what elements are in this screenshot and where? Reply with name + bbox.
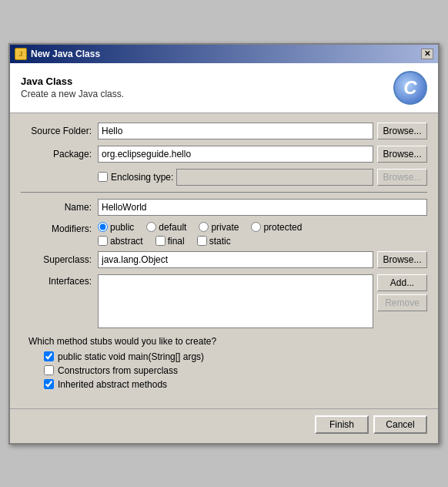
modifier-public-item: public	[98, 222, 134, 233]
modifiers-row: Modifiers: public default private	[21, 222, 427, 247]
modifier-static-checkbox[interactable]	[197, 236, 207, 246]
header-text: Java Class Create a new Java class.	[21, 76, 124, 99]
header-subtitle: Create a new Java class.	[21, 89, 124, 99]
stub-constructors-item: Constructors from superclass	[44, 365, 427, 376]
name-input[interactable]	[98, 199, 427, 216]
source-folder-label: Source Folder:	[21, 126, 98, 136]
close-button[interactable]: ✕	[421, 49, 433, 59]
interfaces-label: Interfaces:	[21, 274, 98, 287]
modifier-protected-label: protected	[263, 222, 302, 233]
modifiers-line-2: abstract final static	[98, 236, 302, 247]
java-class-icon: C	[393, 71, 427, 105]
cancel-button[interactable]: Cancel	[373, 415, 427, 434]
stub-constructors-label: Constructors from superclass	[58, 365, 178, 376]
modifier-static-label: static	[209, 236, 231, 247]
package-label: Package:	[21, 149, 98, 160]
modifier-private-item: private	[199, 222, 239, 233]
source-folder-browse-button[interactable]: Browse...	[377, 123, 427, 139]
modifiers-label: Modifiers:	[21, 222, 98, 234]
modifiers-line-1: public default private protected	[98, 222, 302, 233]
modifier-static-item: static	[197, 236, 231, 247]
interfaces-listbox[interactable]	[98, 274, 373, 328]
modifier-public-label: public	[110, 222, 134, 233]
header-title: Java Class	[21, 76, 124, 87]
stub-inherited-label: Inherited abstract methods	[58, 379, 167, 390]
modifier-protected-item: protected	[251, 222, 302, 233]
superclass-label: Superclass:	[21, 254, 98, 265]
modifier-protected-radio[interactable]	[251, 222, 261, 232]
dialog-footer: Finish Cancel	[10, 408, 438, 443]
modifier-final-label: final	[168, 236, 185, 247]
stub-main-checkbox[interactable]	[44, 351, 54, 361]
stubs-section: Which method stubs would you like to cre…	[21, 336, 427, 390]
interfaces-add-button[interactable]: Add...	[377, 274, 427, 291]
dialog-header: Java Class Create a new Java class. C	[10, 63, 438, 113]
superclass-row: Superclass: Browse...	[21, 251, 427, 268]
enclosing-browse-button[interactable]: Browse...	[377, 169, 427, 186]
name-row: Name:	[21, 199, 427, 216]
new-java-class-dialog: J New Java Class ✕ Java Class Create a n…	[8, 43, 440, 445]
stub-inherited-item: Inherited abstract methods	[44, 379, 427, 390]
name-label: Name:	[21, 202, 98, 213]
modifier-final-checkbox[interactable]	[155, 236, 165, 246]
stubs-question: Which method stubs would you like to cre…	[28, 336, 427, 347]
modifiers-grid: public default private protected	[98, 222, 302, 247]
modifier-abstract-label: abstract	[110, 236, 143, 247]
enclosing-type-checkbox[interactable]	[98, 172, 108, 182]
superclass-input[interactable]	[98, 251, 373, 268]
dialog-icon: J	[15, 48, 27, 60]
modifier-abstract-item: abstract	[98, 236, 143, 247]
modifier-default-item: default	[146, 222, 186, 233]
dialog-title: New Java Class	[31, 49, 100, 59]
package-row: Package: Browse...	[21, 146, 427, 163]
interfaces-row: Interfaces: Add... Remove	[21, 274, 427, 328]
dialog-body: Source Folder: Browse... Package: Browse…	[10, 113, 438, 405]
stub-constructors-checkbox[interactable]	[44, 365, 54, 375]
package-browse-button[interactable]: Browse...	[377, 146, 427, 163]
modifier-abstract-checkbox[interactable]	[98, 236, 108, 246]
separator-1	[21, 192, 427, 193]
source-folder-input[interactable]	[98, 123, 373, 139]
modifier-default-label: default	[159, 222, 186, 233]
interfaces-buttons: Add... Remove	[377, 274, 427, 311]
stub-inherited-checkbox[interactable]	[44, 379, 54, 389]
stub-main-label: public static void main(String[] args)	[58, 351, 204, 362]
enclosing-type-row: Enclosing type: Browse...	[21, 169, 427, 186]
modifier-final-item: final	[155, 236, 185, 247]
finish-button[interactable]: Finish	[315, 415, 369, 434]
enclosing-type-input[interactable]	[176, 169, 373, 186]
modifier-default-radio[interactable]	[146, 222, 156, 232]
source-folder-row: Source Folder: Browse...	[21, 123, 427, 139]
superclass-browse-button[interactable]: Browse...	[377, 251, 427, 268]
interfaces-remove-button[interactable]: Remove	[377, 294, 427, 311]
package-input[interactable]	[98, 146, 373, 163]
modifier-private-radio[interactable]	[199, 222, 209, 232]
modifier-public-radio[interactable]	[98, 222, 108, 232]
stubs-options: public static void main(String[] args) C…	[44, 351, 427, 390]
modifier-private-label: private	[211, 222, 239, 233]
enclosing-type-label: Enclosing type:	[111, 172, 173, 183]
stub-main-item: public static void main(String[] args)	[44, 351, 427, 362]
title-bar-left: J New Java Class	[15, 48, 100, 60]
title-bar: J New Java Class ✕	[10, 45, 438, 63]
